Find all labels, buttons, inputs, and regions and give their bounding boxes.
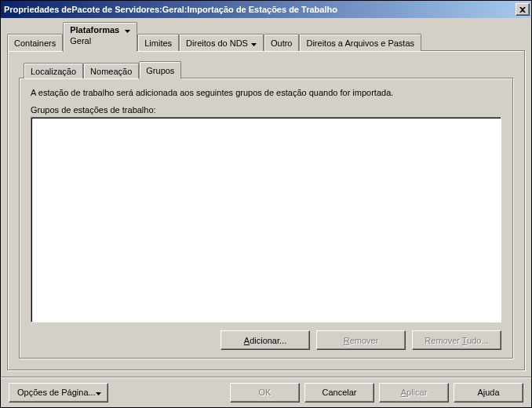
tab-direitos-arquivos[interactable]: Direitos a Arquivos e Pastas bbox=[299, 34, 421, 51]
tab-label: Nomeação bbox=[90, 67, 132, 76]
apply-button[interactable]: Aplicar bbox=[379, 383, 449, 403]
tab-direitos-nds[interactable]: Direitos do NDS bbox=[179, 34, 264, 51]
tab-sublabel: Geral bbox=[70, 36, 91, 46]
titlebar: Propriedades dePacote de Servidores:Gera… bbox=[1, 1, 531, 18]
tab-label: Grupos bbox=[146, 66, 174, 75]
window-title: Propriedades dePacote de Servidores:Gera… bbox=[4, 5, 337, 14]
chevron-down-icon bbox=[125, 25, 130, 35]
button-label: Aplicar bbox=[401, 388, 428, 397]
panel-description: A estação de trabalho será adicionada ao… bbox=[31, 88, 501, 97]
ok-button[interactable]: OK bbox=[230, 383, 300, 403]
button-label: Cancelar bbox=[322, 388, 356, 397]
button-label: Remover Tudo... bbox=[425, 336, 488, 345]
tab-plataformas[interactable]: Plataformas Geral bbox=[63, 22, 137, 52]
cancel-button[interactable]: Cancelar bbox=[304, 383, 374, 403]
tab-label: Containers bbox=[14, 38, 56, 48]
tab-label: Plataformas bbox=[70, 25, 119, 35]
remove-all-button[interactable]: Remover Tudo... bbox=[412, 330, 501, 350]
tab-label: Limites bbox=[144, 38, 172, 48]
button-label: Adicionar... bbox=[244, 336, 286, 345]
button-label: Remover bbox=[344, 336, 379, 345]
chevron-down-icon bbox=[96, 388, 101, 397]
dialog-window: Propriedades dePacote de Servidores:Gera… bbox=[0, 0, 532, 408]
list-label: Grupos de estações de trabalho: bbox=[31, 105, 501, 115]
button-label: OK bbox=[259, 388, 271, 397]
tab-outro[interactable]: Outro bbox=[264, 34, 300, 51]
chevron-down-icon bbox=[251, 38, 257, 48]
add-button[interactable]: Adicionar... bbox=[220, 330, 310, 350]
inner-tab-strip: Localização Nomeação Grupos bbox=[24, 62, 513, 78]
tab-nomeacao[interactable]: Nomeação bbox=[83, 63, 139, 78]
top-tab-strip: Containers Plataformas Geral Limites Dir… bbox=[7, 23, 525, 51]
tab-grupos[interactable]: Grupos bbox=[139, 61, 181, 79]
dialog-content: Containers Plataformas Geral Limites Dir… bbox=[1, 18, 531, 377]
tab-localizacao[interactable]: Localização bbox=[24, 63, 83, 78]
tab-label: Localização bbox=[31, 67, 76, 76]
dialog-footer: Opções de Página... OK Cancelar Aplicar … bbox=[1, 377, 531, 407]
main-panel: Localização Nomeação Grupos A estação de… bbox=[7, 50, 525, 370]
groups-listbox[interactable] bbox=[31, 117, 501, 322]
remove-button[interactable]: Remover bbox=[316, 330, 406, 350]
button-label: Opções de Página... bbox=[17, 388, 96, 397]
page-options-button[interactable]: Opções de Página... bbox=[9, 383, 108, 403]
footer-right-buttons: OK Cancelar Aplicar Ajuda bbox=[230, 383, 523, 403]
button-label: Ajuda bbox=[477, 388, 499, 397]
help-button[interactable]: Ajuda bbox=[454, 383, 523, 403]
tab-limites[interactable]: Limites bbox=[137, 34, 179, 51]
tab-label: Direitos do NDS bbox=[186, 38, 248, 48]
close-button[interactable] bbox=[516, 3, 530, 16]
tab-label: Direitos a Arquivos e Pastas bbox=[306, 38, 414, 48]
tab-label: Outro bbox=[271, 38, 293, 48]
close-icon bbox=[519, 7, 526, 13]
tab-containers[interactable]: Containers bbox=[7, 34, 63, 51]
list-button-row: Adicionar... Remover Remover Tudo... bbox=[31, 330, 501, 350]
grupos-panel: A estação de trabalho será adicionada ao… bbox=[19, 78, 513, 359]
